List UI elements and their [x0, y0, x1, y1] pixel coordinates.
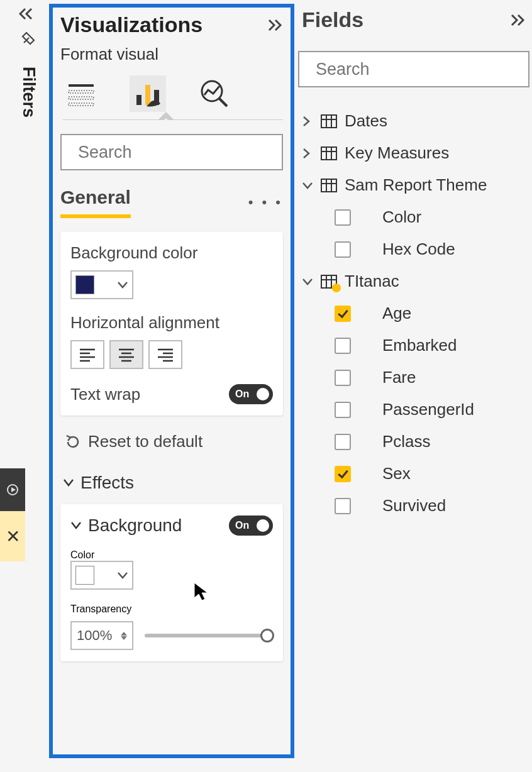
- checkbox[interactable]: [335, 370, 351, 386]
- field-embarked[interactable]: Embarked: [298, 329, 532, 361]
- svg-rect-0: [69, 84, 94, 87]
- bgcolor-label: Background color: [70, 243, 273, 263]
- chevron-down-icon: [117, 571, 128, 579]
- transparency-up[interactable]: [121, 632, 127, 636]
- checkbox[interactable]: [335, 241, 351, 258]
- table-titanac[interactable]: TItanac: [298, 265, 532, 297]
- expand-fields-icon[interactable]: [511, 14, 526, 26]
- viz-subtitle: Format visual: [60, 45, 283, 64]
- chevron-down-icon: [302, 181, 313, 190]
- chevron-down-icon: [302, 277, 313, 286]
- chevron-down-icon: [117, 281, 128, 289]
- textwrap-label: Text wrap: [70, 385, 140, 404]
- field-age[interactable]: Age: [298, 297, 532, 329]
- pin-icon: [21, 31, 47, 48]
- checkbox-checked[interactable]: [335, 306, 351, 322]
- play-tab[interactable]: [0, 468, 25, 511]
- field-survived[interactable]: Survived: [298, 490, 532, 522]
- chevron-right-icon: [302, 116, 313, 127]
- svg-rect-37: [321, 275, 336, 288]
- general-tab[interactable]: General: [60, 187, 131, 218]
- close-tab[interactable]: ✕: [0, 511, 25, 561]
- svg-rect-29: [321, 147, 336, 160]
- bgcolor-picker[interactable]: [70, 270, 133, 299]
- checkbox[interactable]: [335, 402, 351, 418]
- table-icon: [321, 275, 337, 289]
- analytics-tab-icon[interactable]: [196, 75, 233, 112]
- expand-viz-icon[interactable]: [268, 19, 283, 31]
- viz-search-field[interactable]: [78, 143, 291, 162]
- table-dates[interactable]: Dates: [298, 105, 532, 137]
- svg-rect-1: [69, 91, 94, 93]
- effect-color-label: Color: [70, 549, 273, 561]
- svg-rect-25: [321, 115, 336, 128]
- align-center-button[interactable]: [109, 340, 143, 369]
- checkbox[interactable]: [335, 434, 351, 450]
- reset-to-default-button[interactable]: Reset to default: [65, 432, 283, 451]
- textwrap-toggle[interactable]: On: [229, 384, 273, 404]
- halign-label: Horizontal alignment: [70, 313, 273, 333]
- fields-tree: Dates Key Measures Sam Report Theme Colo…: [298, 105, 532, 522]
- field-sex[interactable]: Sex: [298, 458, 532, 490]
- align-right-button[interactable]: [148, 340, 182, 369]
- checkbox[interactable]: [335, 498, 351, 514]
- align-left-button[interactable]: [70, 340, 104, 369]
- field-hex-code[interactable]: Hex Code: [298, 233, 532, 265]
- svg-line-8: [219, 99, 227, 106]
- more-options-icon[interactable]: • • •: [248, 194, 283, 211]
- background-toggle[interactable]: On: [229, 516, 273, 536]
- table-icon: [321, 179, 337, 192]
- field-pclass[interactable]: Pclass: [298, 426, 532, 458]
- field-passengerid[interactable]: PassengerId: [298, 394, 532, 426]
- svg-rect-3: [69, 103, 94, 106]
- viz-search-input[interactable]: [60, 134, 283, 170]
- transparency-down[interactable]: [121, 636, 127, 640]
- fields-search-input[interactable]: [298, 51, 529, 87]
- background-section-toggle[interactable]: Background: [70, 516, 182, 536]
- fields-search-field[interactable]: [316, 60, 528, 79]
- effects-section-toggle[interactable]: Effects: [63, 473, 283, 493]
- viz-title: Visualizations: [60, 13, 202, 37]
- svg-rect-4: [136, 95, 141, 105]
- table-icon: [321, 146, 337, 160]
- reset-icon: [65, 434, 80, 449]
- title-formatting-card: Background color Horizontal alignment Te…: [60, 232, 283, 416]
- svg-point-7: [202, 81, 222, 101]
- checkbox-checked[interactable]: [335, 466, 351, 482]
- field-fare[interactable]: Fare: [298, 361, 532, 394]
- filters-label[interactable]: Filters: [19, 67, 38, 118]
- field-color[interactable]: Color: [298, 201, 532, 233]
- bgcolor-swatch: [75, 275, 94, 294]
- effect-color-picker[interactable]: [70, 561, 133, 590]
- fields-title: Fields: [302, 8, 363, 32]
- checkbox[interactable]: [335, 209, 351, 226]
- collapse-left-icon[interactable]: [0, 5, 47, 20]
- svg-rect-33: [321, 179, 336, 192]
- transparency-slider[interactable]: [145, 634, 273, 637]
- visualizations-panel: Visualizations Format visual General • •…: [49, 4, 294, 758]
- effects-card: Background On Color Transparency 100%: [60, 504, 283, 661]
- chevron-right-icon: [302, 148, 313, 159]
- effect-color-swatch: [75, 566, 94, 585]
- table-icon: [321, 114, 337, 128]
- table-key-measures[interactable]: Key Measures: [298, 137, 532, 169]
- table-sam-report-theme[interactable]: Sam Report Theme: [298, 169, 532, 201]
- svg-rect-2: [69, 97, 94, 99]
- chevron-down-icon: [70, 521, 82, 530]
- transparency-input[interactable]: 100%: [70, 621, 133, 650]
- build-tab-icon[interactable]: [63, 75, 99, 112]
- chevron-down-icon: [63, 478, 74, 487]
- svg-rect-5: [145, 85, 150, 105]
- format-tab-icon[interactable]: [130, 75, 166, 112]
- checkbox[interactable]: [335, 338, 351, 354]
- transparency-label: Transparency: [70, 604, 273, 615]
- fields-panel: Fields Dates Key Measures Sam Report The…: [298, 4, 532, 522]
